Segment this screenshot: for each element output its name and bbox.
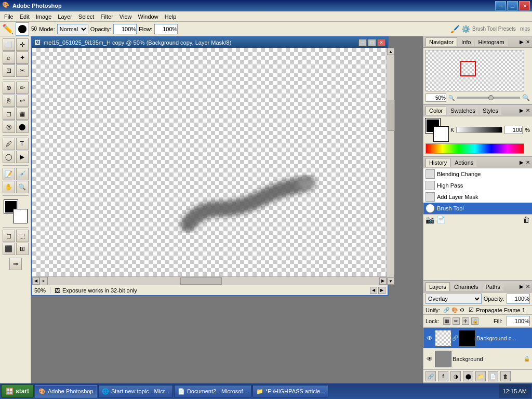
fullscreen-btn[interactable]: ⊞: [16, 243, 29, 255]
menu-image[interactable]: Image: [33, 12, 55, 21]
taskbar-item-file[interactable]: 📁 *F:\HIGHPASS article...: [252, 385, 329, 397]
history-delete-btn[interactable]: 🗑: [523, 216, 530, 224]
layer-link-btn[interactable]: 🔗: [425, 371, 436, 381]
menu-select[interactable]: Select: [75, 12, 98, 21]
scroll-right-btn[interactable]: ▶: [379, 277, 387, 285]
h-scrollbar[interactable]: ◀ ▸ ▶: [32, 276, 387, 285]
nav-zoom-in-icon[interactable]: 🔍: [522, 94, 530, 101]
lock-paint-btn[interactable]: ✏: [453, 317, 460, 325]
start-button[interactable]: 🪟 start: [1, 384, 34, 398]
brush-options-icon[interactable]: 🖌️: [450, 25, 459, 33]
blur-tool[interactable]: ◎: [3, 121, 15, 133]
menu-view[interactable]: View: [116, 12, 135, 21]
history-item-4[interactable]: ✏ Brush Tool: [423, 203, 532, 214]
opacity-input[interactable]: [113, 24, 137, 34]
color-panel-close-btn[interactable]: ✕: [526, 108, 530, 113]
jump-to-imageready[interactable]: ⇒: [9, 258, 22, 270]
brush-preview[interactable]: [16, 22, 29, 36]
history-new-doc-btn[interactable]: 📄: [436, 216, 445, 224]
menu-file[interactable]: File: [1, 12, 17, 21]
layers-opacity-input[interactable]: [507, 294, 530, 304]
history-brush-tool[interactable]: ↩: [16, 95, 29, 107]
zoom-tool[interactable]: 🔍: [16, 181, 29, 193]
doc-close-btn[interactable]: ✕: [377, 39, 385, 46]
path-select-tool[interactable]: ▶: [16, 151, 29, 163]
fill-input[interactable]: [507, 316, 530, 326]
color-panel-menu-btn[interactable]: ▶: [520, 108, 524, 113]
shape-tool[interactable]: ◯: [3, 151, 15, 163]
dodge-tool[interactable]: ⬤: [16, 121, 29, 133]
maximize-button[interactable]: □: [507, 1, 518, 10]
tab-history[interactable]: History: [425, 158, 450, 167]
nav-zoom-input[interactable]: [425, 94, 446, 102]
status-scroll-left[interactable]: ◀: [370, 287, 377, 294]
eraser-tool[interactable]: ◻: [3, 108, 15, 120]
history-panel-close-btn[interactable]: ✕: [526, 159, 530, 165]
layers-mode-select[interactable]: Overlay Normal Multiply: [425, 294, 482, 304]
layer-adj-btn[interactable]: ⬤: [463, 371, 473, 381]
menu-filter[interactable]: Filter: [97, 12, 116, 21]
menu-layer[interactable]: Layer: [55, 12, 75, 21]
close-button[interactable]: ✕: [519, 1, 530, 10]
menu-help[interactable]: Help: [162, 12, 180, 21]
tab-actions[interactable]: Actions: [451, 158, 476, 167]
scroll-left-btn[interactable]: ◀: [32, 277, 39, 285]
tab-styles[interactable]: Styles: [480, 107, 501, 115]
taskbar-item-photoshop[interactable]: 🎨 Adobe Photoshop: [35, 385, 97, 397]
standard-mode-btn[interactable]: ◻: [3, 230, 15, 242]
layer-row-2[interactable]: 👁 Background 🔒: [423, 349, 532, 369]
tab-info[interactable]: Info: [458, 38, 474, 46]
tab-swatches[interactable]: Swatches: [447, 107, 478, 115]
layers-panel-menu-btn[interactable]: ▶: [520, 284, 524, 289]
k-value-input[interactable]: [504, 126, 523, 134]
layer-eye-1[interactable]: 👁: [425, 334, 434, 342]
scroll-up-btn[interactable]: ▲: [387, 48, 394, 55]
lock-move-btn[interactable]: ✛: [462, 317, 469, 325]
screen-mode-btn[interactable]: ⬛: [3, 243, 15, 255]
navigator-panel-menu-btn[interactable]: ▶: [520, 39, 524, 45]
quick-mask-btn[interactable]: ⬚: [16, 230, 29, 242]
eyedropper-tool[interactable]: 💉: [16, 168, 29, 180]
text-tool[interactable]: T: [16, 138, 29, 150]
layer-new-btn[interactable]: 📄: [488, 371, 498, 381]
history-item-2[interactable]: High Pass: [423, 180, 532, 191]
unify-icon-2[interactable]: 🎨: [451, 307, 458, 313]
k-slider[interactable]: [456, 127, 502, 133]
h-scroll-thumb[interactable]: [180, 277, 222, 285]
crop-tool[interactable]: ⊡: [3, 64, 15, 77]
taskbar-item-browser[interactable]: 🌐 Start new topic - Micr...: [98, 385, 173, 397]
tab-navigator[interactable]: Navigator: [425, 37, 457, 46]
lock-all-btn[interactable]: 🔒: [471, 317, 478, 325]
nav-zoom-out-icon[interactable]: 🔍: [448, 95, 455, 101]
layer-delete-btn[interactable]: 🗑: [500, 371, 511, 381]
mode-select[interactable]: Normal Overlay Multiply: [57, 24, 88, 34]
background-color[interactable]: [14, 209, 27, 223]
color-spectrum[interactable]: [425, 143, 524, 154]
layer-mask-btn[interactable]: ◑: [450, 371, 461, 381]
panel-tabs-right[interactable]: Brush Tool Presets mps: [472, 26, 530, 32]
layer-eye-2[interactable]: 👁: [425, 355, 434, 363]
history-panel-menu-btn[interactable]: ▶: [520, 159, 524, 165]
pencil-tool[interactable]: ✏: [16, 82, 29, 94]
preset-icon[interactable]: ⚙️: [461, 25, 470, 33]
v-scroll-thumb[interactable]: [388, 100, 395, 131]
flow-input[interactable]: [154, 24, 178, 34]
lasso-tool[interactable]: ⌕: [3, 51, 15, 64]
unify-icon-3[interactable]: ⚙: [460, 307, 464, 313]
lock-transparency-btn[interactable]: ▦: [443, 317, 450, 325]
marquee-tool[interactable]: ⬜: [3, 38, 15, 51]
nav-zoom-slider[interactable]: [457, 97, 520, 99]
scroll-handle-btn[interactable]: ▸: [39, 277, 48, 285]
navigator-panel-close-btn[interactable]: ✕: [526, 39, 530, 45]
unify-icon-1[interactable]: 🔗: [443, 307, 449, 313]
minimize-button[interactable]: ─: [495, 1, 506, 10]
history-item-3[interactable]: Add Layer Mask: [423, 191, 532, 203]
doc-maximize-btn[interactable]: □: [368, 39, 376, 46]
doc-minimize-btn[interactable]: ─: [358, 39, 367, 46]
slice-tool[interactable]: ✂: [16, 64, 29, 77]
propagate-checkbox[interactable]: ☑: [469, 307, 474, 313]
layers-panel-close-btn[interactable]: ✕: [526, 284, 530, 289]
move-tool[interactable]: ✛: [16, 38, 29, 51]
healing-tool[interactable]: ⊕: [3, 82, 15, 94]
history-snapshot-btn[interactable]: 📷: [425, 216, 434, 224]
